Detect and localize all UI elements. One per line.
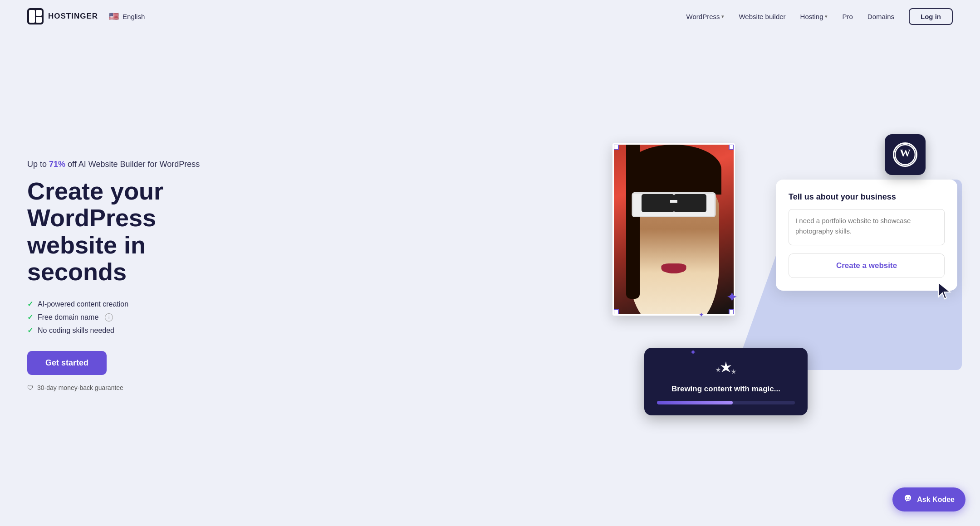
promo-highlight: 71% xyxy=(49,160,65,169)
shield-icon: 🛡 xyxy=(27,384,34,391)
sparkles-icon xyxy=(657,360,795,380)
check-icon: ✓ xyxy=(27,300,33,308)
hero-visual: ✦ ✦ ✦ W Tell us about your business Crea… xyxy=(599,143,953,406)
sparkle-decoration-3: ✦ xyxy=(699,311,704,318)
money-back-guarantee: 🛡 30-day money-back guarantee xyxy=(27,384,245,391)
selection-handle-tr xyxy=(729,144,734,150)
svg-point-5 xyxy=(906,497,907,498)
sparkle-decoration-2: ✦ xyxy=(690,347,696,357)
get-started-button[interactable]: Get started xyxy=(27,351,107,375)
ai-card-title: Tell us about your business xyxy=(789,192,945,202)
kodee-icon xyxy=(903,494,912,505)
wordpress-logo-card: W xyxy=(885,134,926,175)
progress-bar xyxy=(657,401,795,404)
login-button[interactable]: Log in xyxy=(909,8,953,25)
hero-title: Create your WordPress website in seconds xyxy=(27,178,245,286)
nav-item-domains[interactable]: Domains xyxy=(867,13,894,20)
brewing-text: Brewing content with magic... xyxy=(657,385,795,394)
selection-handle-br xyxy=(729,309,734,315)
check-icon: ✓ xyxy=(27,326,33,335)
selection-handle-tl xyxy=(613,144,619,150)
logo-text: HOSTINGER xyxy=(48,12,98,21)
language-label: English xyxy=(122,13,145,20)
navbar: HOSTINGER 🇺🇸 English WordPress ▾ Website… xyxy=(0,0,980,33)
selection-handle-bl xyxy=(613,309,619,315)
svg-rect-1 xyxy=(36,10,42,16)
logo-link[interactable]: HOSTINGER xyxy=(27,8,98,24)
svg-rect-0 xyxy=(29,10,35,23)
flag-icon: 🇺🇸 xyxy=(109,11,119,21)
nav-item-hosting[interactable]: Hosting ▾ xyxy=(800,13,828,20)
features-list: ✓ AI-powered content creation ✓ Free dom… xyxy=(27,300,245,335)
nav-item-website-builder[interactable]: Website builder xyxy=(739,13,785,20)
language-selector[interactable]: 🇺🇸 English xyxy=(109,11,145,21)
ask-kodee-button[interactable]: Ask Kodee xyxy=(892,487,965,511)
check-icon: ✓ xyxy=(27,313,33,321)
business-description-input[interactable] xyxy=(789,209,945,245)
svg-text:W: W xyxy=(900,147,911,159)
hero-section: Up to 71% off AI Website Builder for Wor… xyxy=(0,33,980,526)
photo-image xyxy=(614,145,734,314)
promo-text: Up to 71% off AI Website Builder for Wor… xyxy=(27,158,245,170)
chevron-down-icon: ▾ xyxy=(721,14,724,19)
feature-item-3: ✓ No coding skills needed xyxy=(27,326,245,335)
brewing-card: Brewing content with magic... xyxy=(644,348,808,415)
svg-point-6 xyxy=(909,497,910,498)
logo-icon xyxy=(27,8,44,24)
nav-item-pro[interactable]: Pro xyxy=(842,13,853,20)
cursor-arrow-icon xyxy=(936,281,953,304)
progress-bar-fill xyxy=(657,401,733,404)
ai-builder-card: Tell us about your business Create a web… xyxy=(776,180,957,291)
create-website-button[interactable]: Create a website xyxy=(789,253,945,278)
feature-item-2: ✓ Free domain name i xyxy=(27,313,245,321)
chevron-down-icon: ▾ xyxy=(825,14,828,19)
hero-left: Up to 71% off AI Website Builder for Wor… xyxy=(27,158,245,392)
nav-item-wordpress[interactable]: WordPress ▾ xyxy=(686,13,725,20)
feature-item-1: ✓ AI-powered content creation xyxy=(27,300,245,308)
wordpress-logo: W xyxy=(893,142,917,167)
photo-card xyxy=(612,143,735,316)
navbar-left: HOSTINGER 🇺🇸 English xyxy=(27,8,145,24)
ask-kodee-label: Ask Kodee xyxy=(917,496,955,504)
sparkle-decoration-1: ✦ xyxy=(726,288,738,306)
navbar-nav: WordPress ▾ Website builder Hosting ▾ Pr… xyxy=(686,8,953,25)
svg-rect-2 xyxy=(36,17,42,23)
info-icon[interactable]: i xyxy=(105,313,113,321)
